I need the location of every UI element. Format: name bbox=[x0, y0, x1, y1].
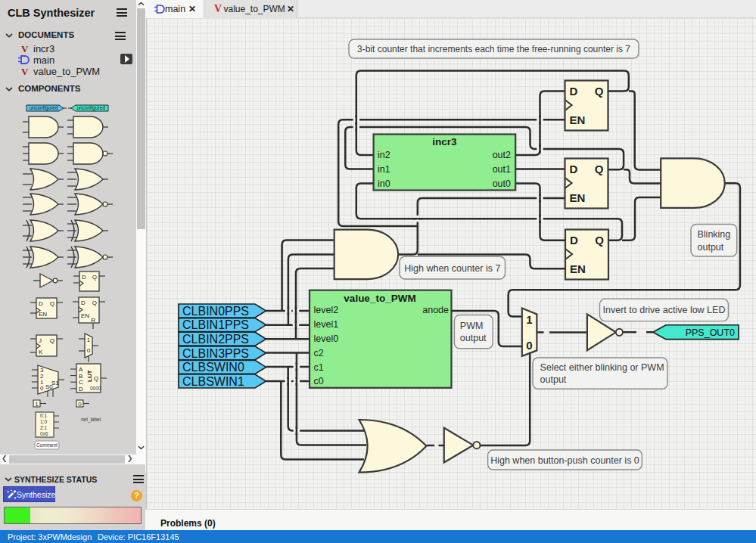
svg-text:Select either blinking or PWM: Select either blinking or PWM bbox=[540, 362, 664, 373]
svg-text:0000: 0000 bbox=[90, 386, 101, 391]
svg-text:1: 1 bbox=[35, 401, 39, 408]
svg-text:0: 0 bbox=[526, 339, 532, 352]
svg-text:in0: in0 bbox=[378, 178, 390, 189]
svg-text:out2: out2 bbox=[493, 150, 511, 160]
svg-text:R: R bbox=[91, 317, 95, 324]
svg-text:out1: out1 bbox=[493, 164, 511, 175]
svg-text:CLBSWIN0: CLBSWIN0 bbox=[182, 361, 244, 374]
svg-text:Blinking: Blinking bbox=[698, 229, 731, 240]
svg-text:level1: level1 bbox=[314, 319, 339, 330]
svg-text:Invert to drive active low LED: Invert to drive active low LED bbox=[603, 305, 726, 315]
svg-text:EN: EN bbox=[570, 191, 586, 204]
svg-text:0x6: 0x6 bbox=[40, 431, 48, 436]
svg-text:PPS_OUT0: PPS_OUT0 bbox=[686, 327, 735, 338]
svg-text:net_label: net_label bbox=[81, 417, 101, 423]
svg-text:1: 1 bbox=[526, 313, 532, 326]
svg-text:2:1: 2:1 bbox=[40, 425, 47, 430]
svg-text:EN: EN bbox=[570, 113, 586, 126]
svg-text:Q: Q bbox=[595, 85, 604, 98]
svg-text:D: D bbox=[79, 386, 83, 393]
svg-text:S1: S1 bbox=[51, 380, 59, 386]
svg-text:Comment: Comment bbox=[36, 442, 58, 448]
svg-text:value_to_PWM: value_to_PWM bbox=[344, 293, 415, 304]
svg-text:EN: EN bbox=[570, 262, 586, 275]
svg-text:Q: Q bbox=[94, 375, 98, 382]
svg-text:0: 0 bbox=[78, 401, 82, 408]
svg-text:Q: Q bbox=[595, 234, 604, 247]
svg-text:CLBIN3PPS: CLBIN3PPS bbox=[182, 347, 249, 360]
svg-text:0: 0 bbox=[40, 385, 44, 392]
svg-text:EN: EN bbox=[81, 312, 89, 319]
svg-text:High when button-push counter: High when button-push counter is 0 bbox=[490, 455, 639, 466]
svg-text:c2: c2 bbox=[314, 348, 324, 358]
svg-text:Q: Q bbox=[92, 274, 97, 281]
svg-text:Q: Q bbox=[595, 163, 604, 175]
svg-text:anode: anode bbox=[422, 305, 449, 315]
svg-text:in1: in1 bbox=[378, 164, 390, 175]
svg-text:out0: out0 bbox=[493, 178, 511, 189]
svg-text:J: J bbox=[39, 337, 42, 344]
svg-text:D: D bbox=[570, 85, 578, 98]
svg-text:Q: Q bbox=[50, 337, 54, 344]
svg-text:3-bit counter that increments: 3-bit counter that increments each time … bbox=[357, 44, 630, 54]
svg-text:CLBSWIN1: CLBSWIN1 bbox=[182, 375, 244, 388]
svg-text:D: D bbox=[82, 274, 86, 281]
svg-text:CLBIN2PPS: CLBIN2PPS bbox=[182, 333, 249, 346]
svg-text:level2: level2 bbox=[314, 305, 339, 315]
svg-text:output: output bbox=[698, 242, 724, 253]
svg-text:unconfigured: unconfigured bbox=[76, 105, 105, 111]
svg-text:0:1: 0:1 bbox=[40, 413, 47, 418]
svg-text:Q: Q bbox=[50, 300, 54, 307]
svg-text:EN: EN bbox=[39, 311, 47, 318]
svg-text:D: D bbox=[570, 163, 578, 175]
svg-text:unconfigured: unconfigured bbox=[30, 105, 58, 111]
svg-text:PWM: PWM bbox=[460, 321, 484, 331]
svg-text:CLBIN0PPS: CLBIN0PPS bbox=[182, 305, 249, 318]
svg-text:level0: level0 bbox=[314, 334, 339, 344]
svg-text:D: D bbox=[39, 300, 43, 307]
svg-text:c0: c0 bbox=[314, 376, 324, 386]
svg-text:output: output bbox=[540, 374, 567, 385]
svg-text:output: output bbox=[460, 333, 487, 343]
svg-text:LUT: LUT bbox=[86, 370, 93, 382]
svg-text:D: D bbox=[81, 299, 86, 306]
svg-text:1:0: 1:0 bbox=[40, 419, 47, 424]
svg-text:Q: Q bbox=[92, 299, 97, 306]
svg-text:0: 0 bbox=[87, 347, 91, 354]
svg-text:D: D bbox=[570, 234, 578, 247]
svg-text:K: K bbox=[39, 349, 43, 355]
svg-text:incr3: incr3 bbox=[432, 136, 457, 147]
svg-text:High when counter is 7: High when counter is 7 bbox=[404, 263, 500, 274]
svg-text:c1: c1 bbox=[314, 362, 324, 373]
svg-text:1: 1 bbox=[87, 337, 91, 343]
svg-text:CLBIN1PPS: CLBIN1PPS bbox=[182, 318, 249, 331]
svg-text:in2: in2 bbox=[378, 150, 390, 160]
